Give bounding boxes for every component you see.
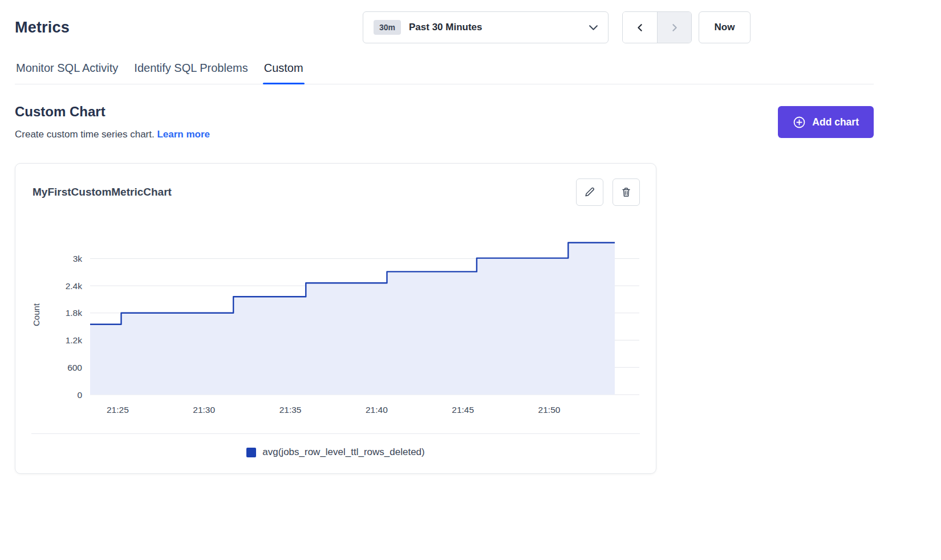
svg-text:1.8k: 1.8k	[66, 308, 83, 318]
trash-icon	[620, 186, 632, 198]
svg-text:3k: 3k	[73, 254, 83, 263]
section-header-text: Custom Chart Create custom time series c…	[15, 104, 210, 140]
range-nav-group	[622, 11, 692, 43]
section-description: Create custom time series chart. Learn m…	[15, 129, 210, 140]
svg-text:Count: Count	[31, 303, 41, 326]
time-range-label: Past 30 Minutes	[409, 22, 482, 33]
tab-bar: Monitor SQL Activity Identify SQL Proble…	[15, 62, 874, 84]
svg-text:600: 600	[67, 363, 82, 372]
page-title: Metrics	[15, 19, 70, 36]
svg-text:21:30: 21:30	[193, 405, 215, 415]
tab-custom[interactable]: Custom	[263, 62, 305, 84]
plus-circle-icon	[793, 116, 806, 129]
legend-item[interactable]: avg(jobs_row_level_ttl_rows_deleted)	[246, 447, 424, 458]
svg-text:21:50: 21:50	[538, 405, 561, 415]
now-button[interactable]: Now	[699, 11, 751, 43]
legend-label: avg(jobs_row_level_ttl_rows_deleted)	[262, 447, 424, 458]
svg-text:1.2k: 1.2k	[66, 335, 83, 345]
pencil-icon	[584, 186, 595, 198]
section-header: Custom Chart Create custom time series c…	[15, 104, 874, 140]
time-range-badge: 30m	[374, 20, 401, 35]
time-controls: 30m Past 30 Minutes Now	[363, 11, 751, 43]
next-range-button-disabled	[657, 12, 691, 43]
svg-text:21:25: 21:25	[107, 405, 129, 415]
custom-chart-card: MyFirstCustomMetricChart 06001.2k1.8k2.4…	[15, 163, 656, 474]
chart-svg: 06001.2k1.8k2.4k3k21:2521:3021:3521:4021…	[30, 226, 643, 423]
chart-card-actions	[576, 178, 640, 206]
svg-text:21:35: 21:35	[279, 405, 302, 415]
svg-text:0: 0	[77, 390, 82, 400]
edit-chart-button[interactable]	[576, 178, 603, 206]
chart-legend: avg(jobs_row_level_ttl_rows_deleted)	[31, 433, 640, 473]
tab-identify-sql-problems[interactable]: Identify SQL Problems	[133, 62, 249, 84]
add-chart-button[interactable]: Add chart	[778, 106, 874, 138]
add-chart-label: Add chart	[812, 116, 859, 128]
svg-text:21:45: 21:45	[452, 405, 474, 415]
delete-chart-button[interactable]	[613, 178, 640, 206]
chart-card-header: MyFirstCustomMetricChart	[15, 164, 656, 206]
time-series-chart[interactable]: 06001.2k1.8k2.4k3k21:2521:3021:3521:4021…	[30, 226, 656, 423]
top-bar: Metrics 30m Past 30 Minutes Now	[15, 11, 874, 43]
chart-title: MyFirstCustomMetricChart	[33, 186, 172, 198]
learn-more-link[interactable]: Learn more	[157, 129, 210, 140]
svg-text:2.4k: 2.4k	[66, 281, 83, 291]
time-range-selector[interactable]: 30m Past 30 Minutes	[363, 11, 609, 43]
prev-range-button[interactable]	[623, 12, 657, 43]
chevron-down-icon	[589, 25, 598, 30]
metrics-page: Metrics 30m Past 30 Minutes Now Monitor …	[0, 0, 941, 560]
section-title: Custom Chart	[15, 104, 210, 120]
description-text: Create custom time series chart.	[15, 129, 155, 140]
legend-swatch	[246, 448, 256, 457]
tab-monitor-sql-activity[interactable]: Monitor SQL Activity	[15, 62, 119, 84]
chevron-left-icon	[635, 23, 645, 33]
chevron-right-icon	[670, 23, 679, 33]
svg-text:21:40: 21:40	[366, 405, 388, 415]
